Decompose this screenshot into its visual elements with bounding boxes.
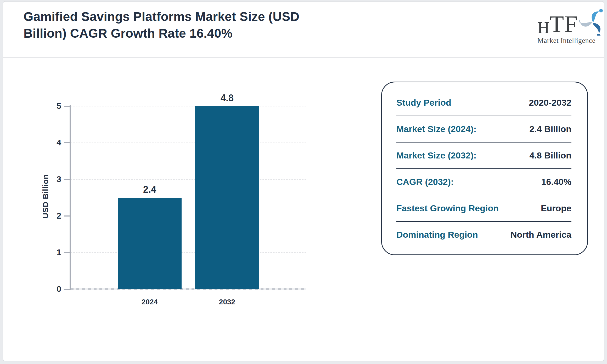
row-separator	[396, 142, 571, 143]
y-tick	[64, 142, 70, 143]
y-tick	[64, 106, 70, 107]
info-row-label: Fastest Growing Region	[396, 203, 499, 213]
info-panel: Study Period2020-2032Market Size (2024):…	[381, 82, 588, 255]
info-row: CAGR (2032):16.40%	[396, 177, 571, 187]
info-row-label: CAGR (2032):	[396, 177, 454, 187]
row-separator	[396, 195, 571, 195]
info-row-value: 2020-2032	[529, 98, 571, 108]
logo-text-h: H	[537, 19, 549, 36]
page-title: Gamified Savings Platforms Market Size (…	[24, 8, 343, 42]
logo-text-tf: TF	[549, 13, 578, 36]
gridline	[71, 106, 306, 106]
row-separator	[396, 116, 571, 116]
y-tick-label: 1	[37, 248, 61, 257]
info-row-value: North America	[510, 230, 571, 240]
info-row: Study Period2020-2032	[396, 98, 571, 108]
info-row-value: Europe	[541, 203, 571, 213]
x-tick-label: 2024	[118, 298, 182, 306]
y-tick	[64, 252, 70, 253]
htf-logo-row: H TF	[537, 8, 607, 36]
info-row-value: 16.40%	[541, 177, 571, 187]
y-tick	[64, 179, 70, 180]
y-tick-label: 0	[37, 284, 61, 294]
row-separator	[396, 168, 571, 169]
gridline	[71, 143, 306, 143]
info-row: Market Size (2024):2.4 Billion	[396, 124, 571, 134]
info-row: Fastest Growing RegionEurope	[396, 203, 571, 213]
y-tick	[64, 289, 70, 290]
three-figures-swirl-icon	[579, 8, 606, 36]
gridline	[71, 252, 306, 253]
logo-subtext: Market Intelligence	[537, 37, 607, 45]
bar-2032	[195, 106, 259, 289]
y-axis	[70, 105, 71, 290]
report-card: Gamified Savings Platforms Market Size (…	[3, 1, 604, 361]
info-row-label: Dominating Region	[396, 230, 478, 240]
htf-logo: H TF Market Intelligence	[537, 8, 607, 45]
gridline	[71, 216, 306, 216]
info-row: Dominating RegionNorth America	[396, 230, 571, 240]
header-divider	[3, 57, 604, 58]
y-tick-label: 5	[37, 101, 61, 111]
info-row-value: 2.4 Billion	[529, 124, 571, 134]
y-tick	[64, 215, 70, 217]
y-tick-label: 4	[37, 138, 61, 147]
info-row-label: Market Size (2032):	[396, 150, 476, 161]
bar-value-label: 4.8	[195, 93, 259, 104]
x-tick-label: 2032	[195, 298, 259, 306]
row-separator	[396, 221, 571, 222]
bar-2024	[118, 198, 182, 289]
x-axis-baseline	[71, 288, 306, 290]
bar-value-label: 2.4	[118, 184, 182, 195]
info-row-label: Study Period	[396, 98, 451, 108]
info-row-label: Market Size (2024):	[396, 124, 476, 134]
info-row: Market Size (2032):4.8 Billion	[396, 150, 571, 161]
y-tick-label: 3	[37, 174, 61, 184]
info-row-value: 4.8 Billion	[529, 150, 571, 161]
gridline	[71, 179, 306, 180]
y-axis-label: USD Billion	[41, 157, 50, 236]
y-tick-label: 2	[37, 211, 61, 221]
